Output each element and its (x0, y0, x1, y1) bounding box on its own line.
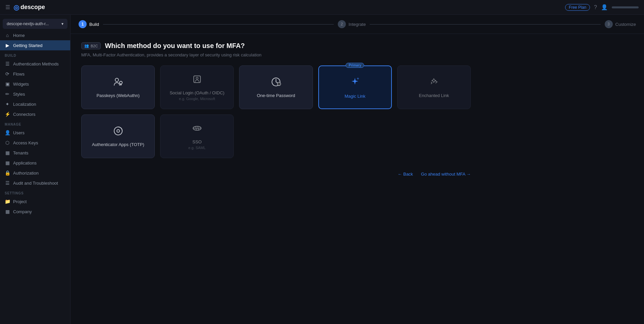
localization-icon: ✦ (5, 101, 10, 107)
sso-title: SSO (192, 139, 201, 144)
method-card-authenticator[interactable]: Authenticator Apps (TOTP) (81, 114, 155, 158)
sidebar-item-audit[interactable]: ☰ Audit and Troubleshoot (0, 178, 70, 188)
svg-point-3 (196, 77, 198, 79)
page-subtitle: MFA, Multi-Factor Authentication, provid… (81, 52, 633, 57)
main-layout: descope-nextjs-auth-r... ▾ ⌂ Home ▶ Gett… (0, 15, 644, 324)
magic-link-icon (349, 76, 361, 90)
method-card-sso[interactable]: SSO e.g. SAML (160, 114, 234, 158)
sidebar-item-label: Project (13, 199, 27, 204)
social-login-subtitle: e.g. Google, Microsoft (179, 97, 215, 101)
sidebar-item-authorization[interactable]: 🔒 Authorization (0, 168, 70, 178)
sidebar-item-label: Applications (13, 160, 37, 166)
sidebar-item-label: Flows (13, 72, 25, 77)
manage-section-label: Manage (0, 119, 70, 128)
sso-subtitle: e.g. SAML (188, 146, 205, 150)
sidebar-item-styles[interactable]: ✏ Styles (0, 89, 70, 99)
passkeys-icon (113, 77, 124, 90)
user-icon[interactable]: 👤 (601, 4, 608, 10)
help-icon[interactable]: ? (594, 4, 597, 10)
logo: ◎ descope (13, 3, 45, 11)
sidebar-item-applications[interactable]: ▦ Applications (0, 158, 70, 168)
step-2-circle: 2 (338, 20, 346, 28)
svg-point-0 (115, 78, 119, 82)
authenticator-icon (113, 126, 124, 139)
method-card-enchanted-link[interactable]: Enchanted Link (397, 65, 471, 109)
svg-point-1 (120, 81, 122, 84)
sidebar-item-tenants[interactable]: ▦ Tenants (0, 148, 70, 158)
sidebar-item-label: Audit and Troubleshoot (13, 181, 58, 186)
passkeys-title: Passkeys (WebAuthn) (96, 93, 139, 98)
sidebar: descope-nextjs-auth-r... ▾ ⌂ Home ▶ Gett… (0, 15, 71, 324)
widgets-icon: ▣ (5, 81, 10, 87)
sidebar-item-auth-methods[interactable]: ☰ Authentication Methods (0, 59, 70, 69)
sidebar-item-label: Authorization (13, 171, 39, 176)
topbar-left: ☰ ◎ descope (5, 3, 45, 11)
sidebar-item-label: Styles (13, 92, 25, 97)
build-section-label: Build (0, 50, 70, 59)
otp-icon (271, 77, 281, 90)
step-1-label: Build (89, 22, 99, 27)
step-1-circle: 1 (79, 20, 87, 28)
b2c-icon: 👥 (84, 44, 89, 48)
sidebar-item-users[interactable]: 👤 Users (0, 128, 70, 138)
social-login-title: Social Login (OAuth / OIDC) (170, 90, 224, 95)
sidebar-item-flows[interactable]: ⟳ Flows (0, 69, 70, 79)
free-plan-badge[interactable]: Free Plan (565, 4, 590, 11)
topbar: ☰ ◎ descope Free Plan ? 👤 (0, 0, 644, 15)
hamburger-icon[interactable]: ☰ (5, 4, 10, 10)
step-2-label: Integrate (349, 22, 366, 27)
step-3: 3 Customize (605, 20, 636, 28)
b2c-badge: 👥 B2C (81, 42, 101, 49)
sidebar-item-home[interactable]: ⌂ Home (0, 30, 70, 40)
method-grid-row1: Passkeys (WebAuthn) Social Login (OAuth … (81, 65, 471, 109)
otp-title: One-time Password (257, 93, 295, 98)
sidebar-item-project[interactable]: 📁 Project (0, 196, 70, 206)
sidebar-item-label: Access Keys (13, 140, 38, 145)
connectors-icon: ⚡ (5, 111, 10, 117)
project-name: descope-nextjs-auth-r... (7, 21, 49, 26)
step-line-2 (370, 24, 600, 25)
b2c-label: B2C (91, 44, 98, 48)
authenticator-title: Authenticator Apps (TOTP) (92, 142, 144, 147)
authorization-icon: 🔒 (5, 170, 10, 176)
sidebar-item-getting-started[interactable]: ▶ Getting Started (0, 40, 70, 50)
method-card-otp[interactable]: One-time Password (239, 65, 313, 109)
sidebar-item-access-keys[interactable]: ⬡ Access Keys (0, 138, 70, 148)
logo-icon: ◎ (13, 3, 19, 11)
sidebar-item-company[interactable]: ▦ Company (0, 206, 70, 217)
method-card-magic-link[interactable]: Primary Magic Link (318, 65, 392, 109)
progress-bar: 1 Build 2 Integrate 3 Customize (71, 15, 644, 34)
tenants-icon: ▦ (5, 150, 10, 155)
method-card-passkeys[interactable]: Passkeys (WebAuthn) (81, 65, 155, 109)
step-3-label: Customize (615, 22, 636, 27)
project-icon: 📁 (5, 199, 10, 204)
user-name-bar (612, 6, 639, 8)
method-card-social-login[interactable]: Social Login (OAuth / OIDC) e.g. Google,… (160, 65, 234, 109)
sidebar-item-label: Authentication Methods (13, 61, 59, 66)
skip-mfa-button[interactable]: Go ahead without MFA → (421, 172, 471, 177)
sidebar-item-label: Connectors (13, 112, 35, 117)
settings-section-label: Settings (0, 188, 70, 196)
content-area: 1 Build 2 Integrate 3 Customize (71, 15, 644, 324)
magic-link-title: Magic Link (344, 94, 365, 99)
applications-icon: ▦ (5, 160, 10, 166)
back-button[interactable]: ← Back (398, 172, 413, 177)
step-2: 2 Integrate (338, 20, 366, 28)
sidebar-item-label: Localization (13, 102, 36, 107)
step-1: 1 Build (79, 20, 99, 28)
sidebar-item-label: Home (13, 33, 25, 38)
sso-icon (192, 123, 202, 136)
project-selector[interactable]: descope-nextjs-auth-r... ▾ (3, 19, 67, 29)
sidebar-item-widgets[interactable]: ▣ Widgets (0, 79, 70, 89)
sidebar-item-localization[interactable]: ✦ Localization (0, 99, 70, 109)
styles-icon: ✏ (5, 91, 10, 97)
sidebar-item-connectors[interactable]: ⚡ Connectors (0, 109, 70, 119)
step-3-circle: 3 (605, 20, 613, 28)
sidebar-item-label: Tenants (13, 150, 29, 155)
sidebar-item-label: Widgets (13, 82, 29, 87)
sidebar-item-label: Getting Started (13, 43, 42, 48)
sidebar-item-label: Company (13, 209, 32, 214)
enchanted-link-icon (428, 77, 439, 90)
method-grid-row2: Authenticator Apps (TOTP) SSO e.g. SAML (81, 114, 471, 158)
company-icon: ▦ (5, 209, 10, 214)
